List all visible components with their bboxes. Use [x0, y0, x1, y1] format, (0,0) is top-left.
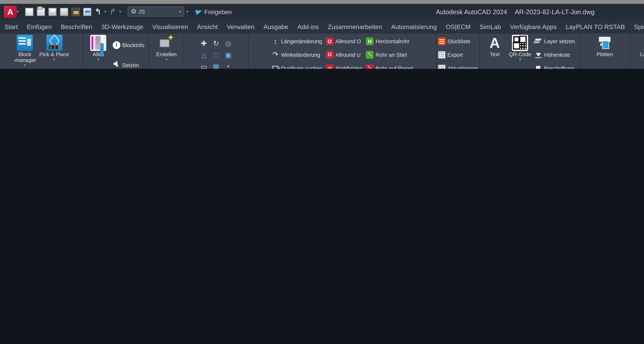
ribbon-tab-spielplatz[interactable]: Spielplatz	[630, 19, 644, 34]
ribbon-tab-beschriften[interactable]: Beschriften	[56, 19, 97, 34]
ribbon-tab-verwalten[interactable]: Verwalten	[222, 19, 259, 34]
ribbon-group-papierbereich: TextQR-Code▾Layer setzenHöhenkoteBeschri…	[480, 34, 580, 69]
array-icon[interactable]	[211, 62, 221, 69]
ribbon-button-blockinfo[interactable]: iBlockInfo	[112, 41, 144, 49]
ribbon-tab-bar: StartEinfügenBeschriften3D-WerkzeugeVisu…	[0, 19, 644, 34]
ribbon-group-detaillierungsgrad: Alles▾iBlockInfoSetzenDetaillierungsgrad	[83, 34, 150, 69]
table-icon	[438, 51, 446, 59]
ribbon-button-st-ckliste[interactable]: Stückliste	[438, 38, 478, 45]
ribbon-button-text[interactable]: Text	[484, 35, 506, 69]
ribbon-button-winkel-nderung[interactable]: ↷Winkeländerung	[272, 51, 322, 59]
quick-access-toolbar: ↰▾ ↱▾	[25, 8, 121, 16]
dropdown-caret-icon: ▾	[24, 64, 26, 67]
info-icon: i	[112, 41, 120, 49]
ribbon-tab-simlab[interactable]: SimLab	[475, 19, 506, 34]
alles-icon	[90, 35, 106, 51]
ribbon-tab-3d-werkzeuge[interactable]: 3D-Werkzeuge	[97, 19, 148, 34]
ribbon-button-horizontalrohr[interactable]: HHorizontalrohr	[366, 38, 413, 45]
redo-caret-icon[interactable]: ▾	[119, 10, 121, 14]
layers-icon	[534, 38, 542, 45]
ribbon-button-beschriftung[interactable]: Beschriftung	[534, 64, 575, 69]
ribbon-group-drucken: PlottenDrucken	[580, 34, 630, 69]
dupes-icon	[272, 64, 279, 69]
ribbon-button-l-ngen-nderung[interactable]: ↕Längenänderung	[272, 38, 322, 45]
ribbon-button-duplikate-suchen[interactable]: Duplikate suchen	[272, 64, 322, 69]
green-n-icon: ⟍	[366, 51, 374, 59]
save-as-icon[interactable]	[60, 8, 68, 16]
dropdown-caret-icon: ▾	[97, 58, 99, 61]
ribbon-group-werkzeuge: ↕Längenänderung↷WinkeländerungDuplikate …	[248, 34, 437, 69]
text-icon	[487, 35, 503, 51]
orbit-icon[interactable]	[224, 39, 233, 48]
share-button[interactable]: Freigeben	[196, 8, 232, 15]
ribbon-button-h-henkote[interactable]: Höhenkote	[534, 51, 575, 59]
save-icon[interactable]	[48, 8, 57, 16]
cursor-icon	[112, 61, 120, 69]
screen-top-strip	[0, 0, 644, 4]
app-menu-caret-icon[interactable]: ▾	[17, 10, 19, 14]
autocad-app-menu-icon[interactable]: A	[4, 6, 17, 18]
workspace-name: JS	[138, 8, 145, 15]
rotate-icon[interactable]	[211, 39, 221, 48]
toolbar-options-caret-icon[interactable]: ▾	[186, 10, 188, 14]
ribbon-group-block: Erstellen▾Block	[150, 34, 184, 69]
mirror-icon[interactable]	[199, 50, 209, 60]
pickplace-icon	[46, 35, 62, 51]
ribbon-button-erstellen[interactable]: Erstellen▾	[156, 35, 178, 69]
share-label: Freigeben	[204, 8, 232, 15]
ribbon-tab-ansicht[interactable]: Ansicht	[192, 19, 222, 34]
printer-icon	[597, 35, 613, 51]
ribbon-button-setzen[interactable]: Setzen	[112, 61, 144, 69]
offset-icon[interactable]	[224, 50, 233, 60]
plot-icon[interactable]	[83, 8, 92, 16]
ribbon-button-plotten[interactable]: Plotten	[594, 35, 616, 69]
ribbon-tab-add-ins[interactable]: Add-ins	[293, 19, 323, 34]
qr-icon	[512, 35, 528, 51]
caret-icon[interactable]	[224, 62, 233, 69]
erstellen-icon	[158, 35, 174, 51]
ribbon-tab-visualisieren[interactable]: Visualisieren	[148, 19, 192, 34]
ribbon-tab-automatisierung[interactable]: Automatisierung	[387, 19, 441, 34]
workspace-switcher[interactable]: ⚙ JS ▾	[128, 7, 184, 17]
box-icon[interactable]	[211, 50, 221, 60]
open-file-icon[interactable]	[37, 8, 45, 16]
green-h-icon: H	[366, 38, 374, 45]
ribbon-tab-einf-gen[interactable]: Einfügen	[22, 19, 56, 34]
red-s-icon: ▱	[326, 64, 334, 69]
blockmanager-icon	[17, 35, 33, 51]
ribbon-button-layer-setzen[interactable]: Layer setzen	[534, 38, 575, 45]
redo-icon[interactable]: ↱	[110, 8, 116, 16]
dropdown-caret-icon: ▾	[519, 58, 521, 61]
ribbon-button-rohr-auf-riegel[interactable]: ⟍Rohr auf Riegel	[366, 64, 413, 69]
ribbon-button-allround-o[interactable]: OAllround O	[326, 38, 363, 45]
move-icon[interactable]	[199, 39, 209, 48]
scale-icon[interactable]	[199, 62, 209, 69]
ribbon-group-import: LayPLAN CLASSIC▾Import	[630, 34, 644, 69]
ribbon-button-stahlb-den[interactable]: ▱Stahlböden	[326, 64, 363, 69]
ribbon-tab-zusammenarbeiten[interactable]: Zusammenarbeiten	[323, 19, 387, 34]
dropdown-caret-icon: ▾	[166, 58, 168, 61]
open-from-web-icon[interactable]	[72, 8, 80, 16]
ribbon-button-block-manager[interactable]: Block-manager▾	[14, 35, 36, 69]
ribbon-tab-layplan-to-rstab[interactable]: LayPLAN TO RSTAB	[561, 19, 630, 34]
ribbon-button-rohr-an-stiel[interactable]: ⟍Rohr an Stiel	[366, 51, 413, 59]
ribbon-button-qr-code[interactable]: QR-Code▾	[509, 35, 531, 69]
undo-caret-icon[interactable]: ▾	[104, 10, 106, 14]
title-bar: A ▾ ↰▾ ↱▾ ⚙ JS ▾ ▾ Freigeben Autodesk Au…	[0, 4, 644, 19]
ribbon-button-allround-u[interactable]: UAllround U	[326, 51, 363, 59]
undo-icon[interactable]: ↰	[95, 8, 101, 16]
ribbon-tab-ausgabe[interactable]: Ausgabe	[259, 19, 293, 34]
ribbon-button-layplan-classic[interactable]: LayPLAN CLASSIC▾	[640, 35, 644, 69]
new-file-icon[interactable]	[25, 8, 34, 16]
ribbon-group-paletten: Block-manager▾Pick & Place▾Paletten	[0, 34, 83, 69]
ribbon-tab-verf-gbare-apps[interactable]: Verfügbare Apps	[506, 19, 561, 34]
ribbon-button-aktualisieren[interactable]: Aktualisieren	[438, 64, 478, 69]
ribbon-button-alles[interactable]: Alles▾	[88, 35, 109, 69]
dropdown-caret-icon: ▾	[53, 58, 55, 61]
ribbon-group-ndern: Ändern	[184, 34, 248, 69]
ribbon-tab-os-ecm[interactable]: OS|ECM	[441, 19, 475, 34]
ribbon-button-pick-place[interactable]: Pick & Place▾	[39, 35, 69, 69]
ribbon-button-export[interactable]: Export	[438, 51, 478, 59]
autocad-window: A ▾ ↰▾ ↱▾ ⚙ JS ▾ ▾ Freigeben Autodesk Au…	[0, 0, 644, 69]
ribbon-tab-start[interactable]: Start	[0, 19, 22, 34]
